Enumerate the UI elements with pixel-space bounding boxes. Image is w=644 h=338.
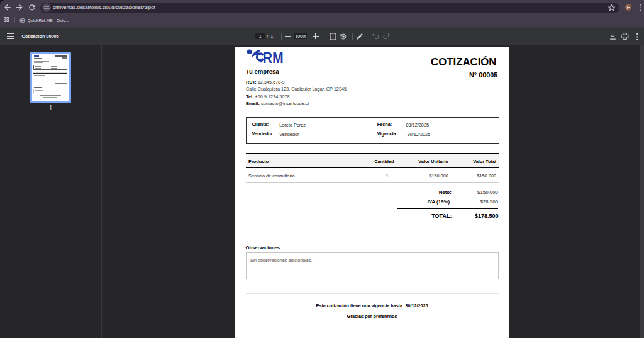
svg-text:RM: RM (263, 48, 284, 63)
